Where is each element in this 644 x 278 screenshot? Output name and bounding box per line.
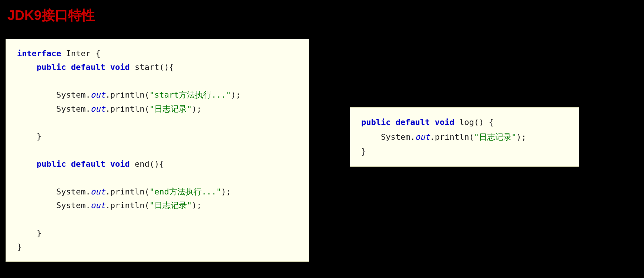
code-line-4: System.out.println("日志记录"); bbox=[17, 102, 298, 116]
right-code-line-3: } bbox=[361, 144, 568, 159]
code-line-blank-1 bbox=[17, 74, 298, 88]
code-line-blank-3 bbox=[17, 143, 298, 157]
code-line-7: System.out.println("end方法执行..."); bbox=[17, 185, 298, 199]
code-line-blank-5 bbox=[17, 213, 298, 226]
left-code-block: interface Inter { public default void st… bbox=[6, 39, 309, 262]
code-line-10: } bbox=[17, 240, 298, 254]
code-line-9: } bbox=[17, 226, 298, 240]
code-line-2: public default void start(){ bbox=[17, 60, 298, 74]
right-code-line-1: public default void log() { bbox=[361, 115, 568, 130]
page-title: JDK9接口特性 bbox=[0, 0, 644, 30]
code-line-blank-2 bbox=[17, 116, 298, 129]
right-code-block: public default void log() { System.out.p… bbox=[350, 107, 579, 167]
code-line-blank-4 bbox=[17, 171, 298, 185]
code-line-6: public default void end(){ bbox=[17, 157, 298, 171]
code-line-3: System.out.println("start方法执行..."); bbox=[17, 88, 298, 102]
code-line-8: System.out.println("日志记录"); bbox=[17, 199, 298, 212]
right-code-line-2: System.out.println("日志记录"); bbox=[361, 130, 568, 145]
code-line-5: } bbox=[17, 129, 298, 143]
code-line-1: interface Inter { bbox=[17, 47, 298, 60]
